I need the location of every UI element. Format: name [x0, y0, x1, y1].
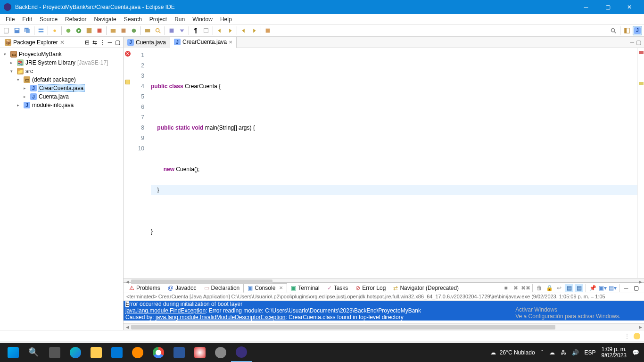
menu-help[interactable]: Help	[216, 15, 236, 24]
toggle-mark-button[interactable]	[167, 26, 176, 35]
block-selection-button[interactable]	[201, 26, 211, 35]
scroll-lock-button[interactable]: 🔒	[545, 284, 553, 292]
console-output[interactable]: Error occurred during initialization of …	[124, 301, 644, 323]
warning-marker-icon[interactable]	[125, 80, 130, 84]
expand-icon[interactable]: ▾	[10, 69, 16, 74]
forward-button[interactable]	[249, 26, 259, 35]
java-perspective-button[interactable]: J	[633, 26, 642, 35]
link-editor-button[interactable]: ⇆	[91, 39, 99, 46]
maximize-button[interactable]: ▢	[597, 0, 619, 14]
console-horizontal-scrollbar[interactable]: ◀ ▶	[124, 323, 644, 330]
close-view-icon[interactable]: ✕	[60, 39, 65, 46]
save-all-button[interactable]	[23, 26, 32, 35]
tree-module-info[interactable]: ▸ J module-info.java	[2, 101, 123, 109]
show-whitespace-button[interactable]: ¶	[191, 26, 200, 35]
remove-all-button[interactable]: ✖✖	[521, 284, 530, 292]
external-tools-button[interactable]	[95, 26, 104, 35]
taskbar-edge[interactable]	[65, 343, 86, 362]
close-tab-icon[interactable]: ✕	[229, 40, 232, 45]
menu-refactor[interactable]: Refactor	[61, 15, 90, 24]
new-package-button[interactable]	[119, 26, 128, 35]
view-tab-navigator[interactable]: ⇄Navigator (Deprecated)	[389, 284, 462, 292]
view-tab-terminal[interactable]: ▣Terminal	[287, 284, 323, 292]
skip-button[interactable]	[50, 26, 59, 35]
open-perspective-button[interactable]	[622, 26, 632, 35]
scroll-right-icon[interactable]: ▶	[637, 324, 644, 330]
expand-icon[interactable]: ▸	[17, 103, 23, 107]
clear-console-button[interactable]: 🗑	[535, 284, 544, 292]
view-tab-errorlog[interactable]: ⊘Error Log	[352, 284, 389, 292]
debug-button[interactable]	[64, 26, 73, 35]
tree-default-package[interactable]: ▾ ▭ (default package)	[2, 75, 123, 84]
taskbar-firefox[interactable]	[127, 343, 148, 362]
next-annotation-button[interactable]	[177, 26, 187, 35]
word-wrap-button[interactable]: ↩	[555, 284, 563, 292]
package-explorer-tab[interactable]: 📦 Package Explorer ✕	[2, 38, 67, 47]
view-tab-problems[interactable]: ⚠Problems	[125, 284, 164, 292]
taskbar-explorer[interactable]	[86, 343, 107, 362]
terminate-button[interactable]: ■	[502, 284, 510, 292]
maximize-view-button[interactable]: ▢	[632, 284, 640, 292]
code-content[interactable]: public class CrearCuenta { public static…	[148, 48, 637, 278]
view-tab-javadoc[interactable]: @Javadoc	[164, 284, 200, 292]
remove-launch-button[interactable]: ✖	[512, 284, 520, 292]
tree-file-crearcuenta[interactable]: ▸ J CrearCuenta.java	[2, 84, 123, 92]
minimize-editor-button[interactable]: ─	[630, 39, 634, 46]
open-type-button[interactable]	[143, 26, 152, 35]
menu-edit[interactable]: Edit	[18, 15, 36, 24]
expand-icon[interactable]: ▸	[24, 94, 29, 99]
menu-search[interactable]: Search	[120, 15, 146, 24]
pin-editor-button[interactable]	[263, 26, 272, 35]
scroll-right-icon[interactable]: ▶	[637, 279, 644, 285]
menu-source[interactable]: Source	[36, 15, 61, 24]
expand-icon[interactable]: ▸	[10, 60, 16, 65]
search-button[interactable]	[153, 26, 163, 35]
minimize-button[interactable]: ─	[575, 0, 597, 14]
code-editor[interactable]: ✕ 1 2 3 4 5 6 7 8 9 10 public class Crea…	[124, 48, 644, 278]
task-view-button[interactable]	[44, 343, 65, 362]
new-button[interactable]	[2, 26, 11, 35]
close-view-icon[interactable]: ✕	[279, 285, 283, 290]
collapse-all-button[interactable]: ⊟	[83, 39, 91, 46]
new-class-button[interactable]	[129, 26, 139, 35]
show-console-stdout-button[interactable]: ▤	[565, 284, 573, 292]
taskbar-mail[interactable]	[107, 343, 127, 362]
save-button[interactable]	[12, 26, 22, 35]
close-button[interactable]: ✕	[619, 0, 640, 14]
taskbar-chrome[interactable]	[148, 343, 169, 362]
display-selected-console-button[interactable]: ▣▾	[598, 284, 607, 292]
scroll-left-icon[interactable]: ◀	[124, 324, 131, 330]
error-marker-icon[interactable]: ✕	[125, 51, 131, 57]
taskbar-app[interactable]	[210, 343, 231, 362]
view-menu-button[interactable]: ⋮	[99, 39, 106, 46]
taskbar-eclipse[interactable]	[231, 343, 252, 362]
start-button[interactable]	[3, 343, 24, 362]
scroll-left-icon[interactable]: ◀	[124, 279, 131, 285]
view-tab-declaration[interactable]: ▭Declaration	[200, 284, 244, 292]
scrollbar-thumb[interactable]	[131, 325, 555, 329]
expand-icon[interactable]: ▸	[24, 86, 29, 90]
tip-lightbulb-icon[interactable]	[634, 333, 640, 339]
menu-navigate[interactable]: Navigate	[90, 15, 120, 24]
tray-language[interactable]: ESP	[585, 349, 596, 356]
next-edit-button[interactable]	[225, 26, 235, 35]
maximize-editor-button[interactable]: ▢	[636, 39, 641, 46]
editor-tab-crearcuenta[interactable]: J CrearCuenta.java ✕	[170, 37, 237, 48]
prev-edit-button[interactable]	[215, 26, 224, 35]
tray-onedrive-icon[interactable]: ☁	[549, 349, 555, 356]
menu-run[interactable]: Run	[171, 15, 189, 24]
taskbar-search-button[interactable]: 🔍	[24, 343, 44, 362]
tray-clock[interactable]: 1:09 p. m. 9/02/2023	[602, 346, 627, 359]
status-menu-icon[interactable]: ⋮	[624, 333, 630, 339]
show-console-stderr-button[interactable]: ▤	[575, 284, 583, 292]
taskbar-chrome-canary[interactable]	[190, 343, 210, 362]
open-console-button[interactable]: ▤▾	[608, 284, 617, 292]
new-java-project-button[interactable]	[108, 26, 118, 35]
tree-src[interactable]: ▾ 📁 src	[2, 67, 123, 75]
expand-icon[interactable]: ▾	[4, 52, 9, 57]
expand-icon[interactable]: ▾	[17, 77, 23, 82]
tree-project[interactable]: ▾ ▭ ProyectoMyBank	[2, 50, 123, 58]
scrollbar-thumb[interactable]	[131, 280, 272, 284]
overview-error-mark[interactable]	[639, 51, 644, 54]
overview-ruler[interactable]	[637, 48, 644, 278]
